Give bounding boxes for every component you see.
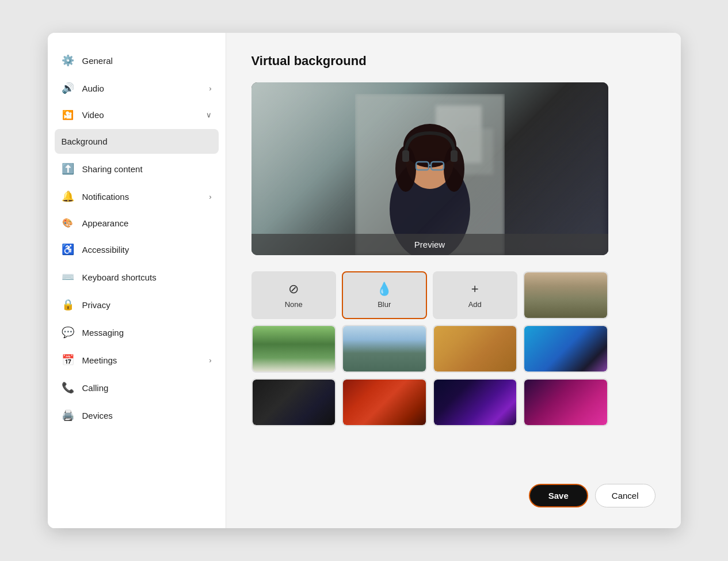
sunny-room-thumbnail [434, 326, 517, 372]
sidebar-item-label: Devices [82, 411, 113, 420]
sidebar-item-audio[interactable]: 🔊 Audio › [48, 74, 226, 102]
sidebar-item-meetings[interactable]: 📅 Meetings › [48, 346, 226, 374]
bg-option-dark-waves[interactable] [251, 378, 337, 426]
svg-rect-12 [451, 150, 458, 162]
bg-option-none[interactable]: ⊘ None [251, 271, 337, 319]
sidebar-item-label: Keyboard shortcuts [82, 272, 157, 282]
bg-option-lava[interactable] [342, 378, 427, 426]
main-content: Virtual background [226, 33, 681, 528]
sidebar-item-video[interactable]: 🎦 Video ∨ [48, 102, 226, 128]
sidebar-item-background[interactable]: Background [55, 129, 219, 154]
bg-option-forest[interactable] [251, 325, 337, 373]
sidebar-item-appearance[interactable]: 🎨 Appearance [48, 210, 226, 236]
person-silhouette [355, 94, 505, 255]
bg-option-purple-glow[interactable] [433, 378, 518, 426]
preview-image [251, 82, 608, 255]
sidebar-item-messaging[interactable]: 💬 Messaging [48, 319, 226, 346]
sidebar-item-sharing[interactable]: ⬆️ Sharing content [48, 155, 226, 183]
sidebar-item-label: Meetings [82, 355, 117, 365]
meetings-icon: 📅 [62, 354, 74, 366]
bg-option-sunny-room[interactable] [433, 325, 518, 373]
abstract-blue-thumbnail [524, 326, 607, 372]
notification-icon: 🔔 [62, 190, 74, 203]
bg-option-abstract-blue[interactable] [523, 325, 608, 373]
chevron-down-icon: ∨ [206, 111, 212, 119]
bg-option-pink-abstract[interactable] [523, 378, 608, 426]
bg-option-blur[interactable]: 💧 Blur [342, 271, 427, 319]
sidebar-item-label: Calling [82, 383, 109, 393]
sidebar-item-label: Video [82, 110, 104, 120]
sidebar-item-general[interactable]: ⚙️ General [48, 47, 226, 74]
sidebar-item-label: Appearance [82, 218, 129, 228]
svg-rect-11 [402, 150, 409, 162]
preview-label: Preview [251, 234, 608, 255]
calling-icon: 📞 [62, 381, 74, 394]
sidebar: ⚙️ General 🔊 Audio › 🎦 Video ∨ Backgroun… [48, 33, 226, 528]
background-options-grid: ⊘ None 💧 Blur + Add [251, 271, 608, 426]
add-label: Add [468, 300, 482, 309]
keyboard-icon: ⌨️ [62, 271, 74, 283]
page-title: Virtual background [251, 54, 655, 69]
bg-option-living-room[interactable] [523, 271, 608, 319]
messaging-icon: 💬 [62, 326, 74, 339]
blur-icon: 💧 [376, 282, 392, 297]
settings-dialog: ⚙️ General 🔊 Audio › 🎦 Video ∨ Backgroun… [48, 33, 681, 528]
bg-option-mountains[interactable] [342, 325, 427, 373]
sidebar-item-privacy[interactable]: 🔒 Privacy [48, 291, 226, 319]
accessibility-icon: ♿ [62, 243, 74, 256]
audio-icon: 🔊 [62, 82, 74, 94]
sidebar-item-devices[interactable]: 🖨️ Devices [48, 401, 226, 429]
chevron-right-icon: › [209, 192, 211, 201]
video-icon: 🎦 [62, 109, 74, 120]
sidebar-item-label: General [82, 56, 113, 66]
sidebar-item-notifications[interactable]: 🔔 Notifications › [48, 183, 226, 210]
sidebar-item-label: Background [62, 137, 108, 146]
sidebar-item-keyboard[interactable]: ⌨️ Keyboard shortcuts [48, 263, 226, 291]
add-icon: + [471, 282, 479, 297]
sidebar-item-label: Sharing content [82, 164, 143, 174]
none-icon: ⊘ [288, 282, 299, 297]
dark-waves-thumbnail [253, 380, 336, 425]
none-label: None [285, 300, 303, 309]
sidebar-item-calling[interactable]: 📞 Calling [48, 374, 226, 401]
appearance-icon: 🎨 [62, 218, 74, 228]
sidebar-item-label: Accessibility [82, 245, 129, 255]
save-button[interactable]: Save [529, 484, 588, 507]
privacy-icon: 🔒 [62, 298, 74, 311]
sidebar-item-accessibility[interactable]: ♿ Accessibility [48, 236, 226, 263]
cancel-button[interactable]: Cancel [595, 484, 655, 507]
living-room-thumbnail [524, 272, 607, 318]
video-preview: Preview [251, 82, 608, 255]
purple-glow-thumbnail [434, 380, 517, 425]
pink-abstract-thumbnail [524, 380, 607, 425]
forest-thumbnail [253, 326, 336, 372]
sidebar-item-label: Notifications [82, 192, 129, 202]
chevron-right-icon: › [209, 84, 211, 93]
sharing-icon: ⬆️ [62, 162, 74, 175]
gear-icon: ⚙️ [62, 54, 74, 67]
bg-option-add[interactable]: + Add [433, 271, 518, 319]
sidebar-item-label: Privacy [82, 300, 110, 310]
devices-icon: 🖨️ [62, 409, 74, 422]
sidebar-item-label: Messaging [82, 328, 124, 338]
mountains-thumbnail [343, 326, 426, 372]
blur-label: Blur [378, 300, 391, 309]
sidebar-item-label: Audio [82, 84, 104, 93]
lava-thumbnail [343, 380, 426, 425]
chevron-right-icon: › [209, 356, 211, 365]
footer-buttons: Save Cancel [251, 475, 655, 507]
